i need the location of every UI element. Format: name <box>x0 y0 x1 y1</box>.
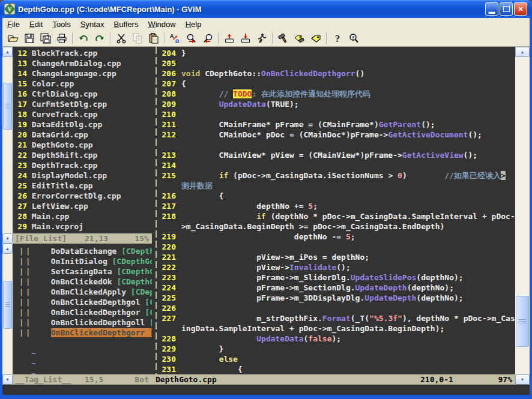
file-list-item[interactable]: 19 DataEditDlg.cpp <box>13 119 152 130</box>
code-wrap-line[interactable]: >m_CasingData.BeginDepth >= pDoc->m_Casi… <box>162 221 515 232</box>
code-line[interactable]: 216 { <box>162 191 515 201</box>
save-button[interactable] <box>21 31 37 46</box>
help-button[interactable]: ? <box>329 31 345 46</box>
code-line[interactable]: 223 pFrame->m_SliderDlg.UpdateSlidePos(d… <box>162 272 515 283</box>
code-wrap-line[interactable] <box>162 140 515 150</box>
file-list-item[interactable]: 15 Color.cpp <box>13 79 152 89</box>
tag-jump-button[interactable] <box>307 31 324 46</box>
code-wrap-line[interactable]: ingData.SampleInterval + pDoc->m_CasingD… <box>162 323 515 334</box>
fold-column-icon[interactable]: || <box>13 287 32 296</box>
code-line[interactable]: 227 m_strDepthFix.Format(_T("%5.3f"), de… <box>162 313 515 323</box>
save-all-button[interactable] <box>37 31 53 46</box>
menu-item-buffers[interactable]: Buffers <box>109 19 143 30</box>
code-line[interactable]: 211 CMainFrame* pFrame = (CMainFrame*)Ge… <box>162 119 515 130</box>
file-list-item[interactable]: 17 CurFmtSetDlg.cpp <box>13 99 152 109</box>
code-line[interactable]: 231 { <box>162 364 515 374</box>
fold-column-icon[interactable]: || <box>13 328 32 337</box>
file-list-item[interactable]: 27 LeftView.cpp <box>13 201 152 211</box>
file-list-item[interactable]: 21 DepthGoto.cpp <box>13 140 152 150</box>
find-replace-button[interactable]: AB <box>167 31 183 46</box>
tag-list-item[interactable]: || OnInitDialog [CDepthGo <box>13 256 152 266</box>
code-line[interactable]: 226 <box>162 303 515 313</box>
redo-button[interactable] <box>91 31 107 46</box>
code-line[interactable]: 218 if (depthNo * pDoc->m_CasingData.Sam… <box>162 211 515 221</box>
code-line[interactable]: 210 <box>162 109 515 119</box>
code-line[interactable]: 212 CMainDoc* pDoc = (CMainDoc*)pFrame->… <box>162 130 515 140</box>
menu-item-file[interactable]: File <box>2 19 25 30</box>
menu-item-edit[interactable]: Edit <box>25 19 47 30</box>
code-line[interactable]: 225 pFrame->m_3DDisplayDlg.UpdateDepth(d… <box>162 293 515 303</box>
file-list-scrollbar[interactable]: ▲ ▼ <box>2 47 13 244</box>
make-button[interactable] <box>275 31 291 46</box>
code-line[interactable]: 228 UpdateData(false); <box>162 334 515 344</box>
maximize-button[interactable] <box>500 2 513 16</box>
tag-list-scroll-up-icon[interactable]: ▲ <box>2 244 13 254</box>
file-list-item[interactable]: 23 DepthTrack.cpp <box>13 160 152 170</box>
file-list-item[interactable]: 28 Main.cpp <box>13 211 152 221</box>
undo-button[interactable] <box>75 31 91 46</box>
file-list-item[interactable]: 14 ChangeLanguage.cpp <box>13 68 152 79</box>
tag-list-item[interactable]: || DoDataExchange [CDepth <box>13 246 152 256</box>
code-line[interactable]: 208 // TODO: 在此添加控件通知处理程序代码 <box>162 89 515 99</box>
menu-item-tools[interactable]: Tools <box>47 19 75 30</box>
session-load-button[interactable] <box>221 31 237 46</box>
code-line[interactable]: 207{ <box>162 79 515 89</box>
paste-button[interactable] <box>145 31 162 46</box>
tag-list-scroll-down-icon[interactable]: ▼ <box>2 374 13 385</box>
file-list-scroll-up-icon[interactable]: ▲ <box>2 47 13 57</box>
code-line[interactable]: 220 <box>162 242 515 252</box>
menu-item-help[interactable]: Help <box>181 19 207 30</box>
file-list-item[interactable]: 16 CtrlDialog.cpp <box>13 89 152 99</box>
tag-list-item[interactable]: || OnBnClickedOk [CDepthG <box>13 277 152 287</box>
code-line[interactable]: 229 } <box>162 344 515 354</box>
code-line[interactable]: 206void CDepthGoto::OnBnClickedDepthgorr… <box>162 68 515 79</box>
fold-column-icon[interactable]: || <box>13 298 32 307</box>
find-next-button[interactable] <box>183 31 199 46</box>
file-list-item[interactable]: 12 BlockTrack.cpp <box>13 48 152 58</box>
file-list-scroll-down-icon[interactable]: ▼ <box>2 233 13 244</box>
tag-list-scrollbar[interactable]: ▲ ▼ <box>2 244 13 385</box>
fold-column-icon[interactable]: || <box>13 267 32 276</box>
vim-command-line[interactable] <box>2 385 530 395</box>
code-line[interactable]: 224 pFrame->m_SectionDlg.UpdateDepth(dep… <box>162 283 515 293</box>
fold-column-icon[interactable]: || <box>13 318 32 327</box>
editor-scrollbar[interactable]: ▲ ▼ <box>515 47 530 385</box>
copy-button[interactable] <box>129 31 145 46</box>
title-bar[interactable]: V DepthGoto.cpp (C:\code\MFCReport\Main)… <box>0 0 532 18</box>
file-list-item[interactable]: 24 DisplayModel.cpp <box>13 170 152 181</box>
file-list-item[interactable]: 13 ChangeArmDialog.cpp <box>13 58 152 68</box>
tag-list-item[interactable]: || OnBnClickedDepthgoll [ <box>13 317 152 328</box>
tag-list-item[interactable]: || OnBnClickedDepthgor [C <box>13 307 152 317</box>
close-button[interactable]: ✕ <box>514 2 527 16</box>
file-list-item[interactable]: 18 CurveTrack.cpp <box>13 109 152 119</box>
code-line[interactable]: 213 CMainView* pView = (CMainView*)pFram… <box>162 150 515 160</box>
code-line[interactable]: 222 pView->Invalidate(); <box>162 262 515 272</box>
code-line[interactable]: 205 <box>162 58 515 68</box>
code-line[interactable]: 230 else <box>162 354 515 364</box>
find-prev-button[interactable] <box>199 31 216 46</box>
find-help-button[interactable]: ? <box>345 31 361 46</box>
file-list-scroll-thumb[interactable] <box>3 83 12 130</box>
fold-column-icon[interactable]: || <box>13 247 32 256</box>
tag-list-item[interactable]: || SetCasingData [CDepthG <box>13 266 152 277</box>
run-script-button[interactable] <box>253 31 270 46</box>
print-button[interactable] <box>53 31 70 46</box>
code-line[interactable]: 221 pView->m_iPos = depthNo; <box>162 252 515 262</box>
editor-pane[interactable]: 204}205206void CDepthGoto::OnBnClickedDe… <box>160 47 515 374</box>
code-line[interactable]: 219 depthNo -= 5; <box>162 232 515 242</box>
code-line[interactable]: 214 <box>162 160 515 170</box>
minimize-button[interactable]: ▬ <box>485 2 498 16</box>
file-list-item[interactable]: 25 EditTitle.cpp <box>13 181 152 191</box>
tag-list-scroll-thumb[interactable] <box>3 281 12 329</box>
file-list-item[interactable]: 29 Main.vcproj <box>13 221 152 232</box>
editor-scroll-up-icon[interactable]: ▲ <box>515 47 530 57</box>
code-line[interactable]: 209 UpdateData(TRUE); <box>162 99 515 109</box>
fold-column-icon[interactable]: || <box>13 308 32 317</box>
vertical-split-separator[interactable] <box>152 47 160 374</box>
tag-list-item[interactable]: || OnBnClickedDepthgorr [ <box>13 328 152 338</box>
file-list-item[interactable]: 22 DepthShift.cpp <box>13 150 152 160</box>
code-line[interactable]: 217 depthNo += 5; <box>162 201 515 211</box>
code-line[interactable]: 204} <box>162 48 515 58</box>
session-save-button[interactable] <box>237 31 253 46</box>
tag-list-item[interactable]: || OnBnClickedApply [CDep <box>13 287 152 297</box>
